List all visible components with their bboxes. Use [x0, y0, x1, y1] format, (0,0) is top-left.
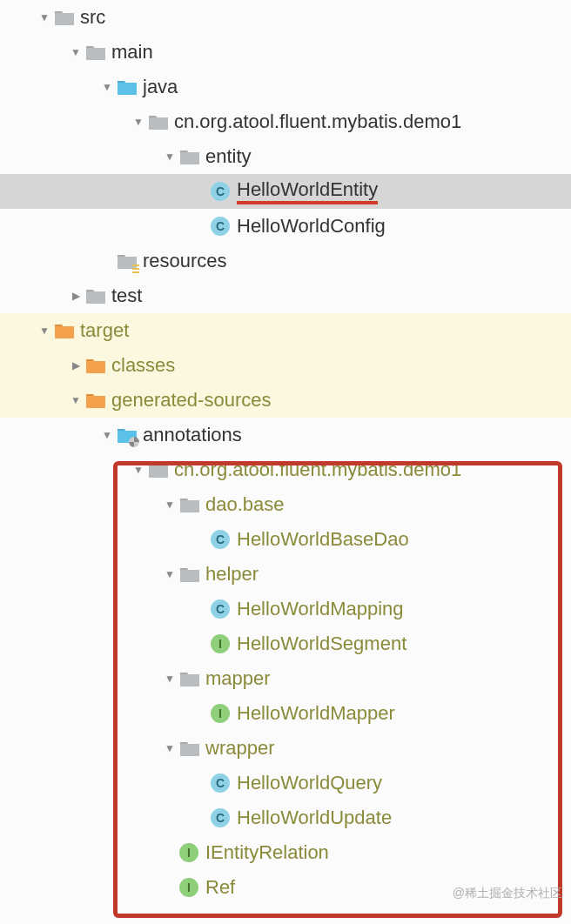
package-label: wrapper [205, 737, 274, 760]
chevron-right-icon: ▶ [66, 359, 85, 372]
chevron-down-icon: ▼ [97, 81, 117, 93]
chevron-down-icon: ▼ [35, 11, 54, 23]
chevron-down-icon: ▼ [97, 429, 117, 441]
folder-icon [54, 7, 75, 28]
folder-label: java [143, 76, 178, 98]
tree-row-gen-package[interactable]: ▼ cn.org.atool.fluent.mybatis.demo1 [0, 452, 571, 487]
tree-row-ientityrelation[interactable]: I IEntityRelation [0, 835, 571, 870]
tree-row-helper[interactable]: ▼ helper [0, 557, 571, 592]
tree-row-helloworld-mapping[interactable]: C HelloWorldMapping [0, 592, 571, 626]
class-label: HelloWorldConfig [237, 215, 386, 238]
chevron-down-icon: ▼ [160, 568, 179, 580]
tree-row-generated-sources[interactable]: ▼ generated-sources [0, 383, 571, 418]
package-icon [179, 564, 200, 585]
interface-label: Ref [205, 876, 235, 899]
class-label: HelloWorldUpdate [237, 807, 392, 829]
chevron-down-icon: ▼ [160, 151, 179, 163]
folder-icon [85, 42, 106, 63]
class-icon: C [211, 599, 230, 619]
chevron-down-icon: ▼ [160, 499, 179, 511]
tree-row-wrapper[interactable]: ▼ wrapper [0, 731, 571, 766]
folder-label: resources [143, 250, 227, 272]
package-label: cn.org.atool.fluent.mybatis.demo1 [174, 110, 461, 133]
tree-row-java[interactable]: ▼ java [0, 70, 571, 104]
package-label: entity [205, 145, 252, 168]
class-label: HelloWorldEntity [237, 178, 378, 204]
interface-label: HelloWorldMapper [237, 702, 395, 725]
tree-row-target[interactable]: ▼ target [0, 313, 571, 348]
package-icon [179, 738, 200, 759]
tree-row-helloworld-query[interactable]: C HelloWorldQuery [0, 766, 571, 800]
chevron-down-icon: ▼ [35, 325, 54, 337]
interface-icon: I [211, 634, 230, 653]
tree-row-helloworld-mapper[interactable]: I HelloWorldMapper [0, 696, 571, 731]
chevron-down-icon: ▼ [160, 742, 179, 754]
package-icon [179, 146, 200, 167]
folder-label: classes [111, 354, 175, 377]
folder-label: main [111, 41, 153, 64]
package-label: dao.base [205, 493, 285, 516]
interface-icon: I [211, 704, 230, 723]
tree-row-dao-base[interactable]: ▼ dao.base [0, 487, 571, 522]
folder-label: generated-sources [111, 389, 271, 412]
tree-row-helloworld-config[interactable]: C HelloWorldConfig [0, 209, 571, 244]
tree-row-classes[interactable]: ▶ classes [0, 348, 571, 383]
excluded-folder-icon [54, 320, 75, 341]
folder-label: src [80, 6, 105, 29]
class-icon: C [211, 182, 230, 201]
tree-row-resources[interactable]: resources [0, 244, 571, 278]
folder-label: annotations [143, 424, 242, 446]
chevron-down-icon: ▼ [129, 116, 148, 128]
chevron-down-icon: ▼ [129, 464, 148, 476]
folder-src-icon [117, 77, 138, 97]
tree-row-test[interactable]: ▶ test [0, 278, 571, 313]
tree-row-src[interactable]: ▼ src [0, 0, 571, 35]
class-label: HelloWorldBaseDao [237, 528, 409, 551]
tree-row-helloworld-entity[interactable]: C HelloWorldEntity [0, 174, 571, 209]
class-icon: C [211, 530, 230, 549]
package-icon [179, 494, 200, 515]
package-label: mapper [205, 667, 271, 690]
tree-row-entity[interactable]: ▼ entity [0, 139, 571, 174]
interface-icon: I [179, 878, 198, 897]
package-icon [148, 111, 169, 132]
folder-label: target [80, 319, 129, 342]
package-label: helper [205, 563, 259, 586]
excluded-folder-icon [85, 355, 106, 376]
folder-label: test [111, 285, 142, 307]
tree-row-helloworld-basedao[interactable]: C HelloWorldBaseDao [0, 522, 571, 557]
excluded-folder-icon [85, 390, 106, 411]
tree-row-helloworld-update[interactable]: C HelloWorldUpdate [0, 800, 571, 835]
chevron-down-icon: ▼ [160, 673, 179, 685]
tree-row-main[interactable]: ▼ main [0, 35, 571, 70]
interface-label: IEntityRelation [205, 841, 329, 864]
watermark-text: @稀土掘金技术社区 [453, 886, 562, 901]
chevron-down-icon: ▼ [66, 46, 85, 58]
tree-row-helloworld-segment[interactable]: I HelloWorldSegment [0, 626, 571, 661]
package-label: cn.org.atool.fluent.mybatis.demo1 [174, 459, 461, 481]
tree-row-package[interactable]: ▼ cn.org.atool.fluent.mybatis.demo1 [0, 104, 571, 139]
interface-icon: I [179, 843, 198, 862]
chevron-right-icon: ▶ [66, 290, 85, 302]
class-icon: C [211, 773, 230, 793]
class-label: HelloWorldQuery [237, 772, 382, 794]
package-icon [179, 668, 200, 689]
generated-src-folder-icon [117, 425, 138, 445]
package-icon [148, 459, 169, 480]
interface-label: HelloWorldSegment [237, 633, 406, 655]
class-icon: C [211, 808, 230, 827]
resources-folder-icon [117, 251, 138, 271]
class-label: HelloWorldMapping [237, 598, 404, 620]
class-icon: C [211, 217, 230, 236]
folder-icon [85, 285, 106, 306]
tree-row-mapper[interactable]: ▼ mapper [0, 661, 571, 696]
tree-row-annotations[interactable]: ▼ annotations [0, 418, 571, 452]
chevron-down-icon: ▼ [66, 394, 85, 406]
